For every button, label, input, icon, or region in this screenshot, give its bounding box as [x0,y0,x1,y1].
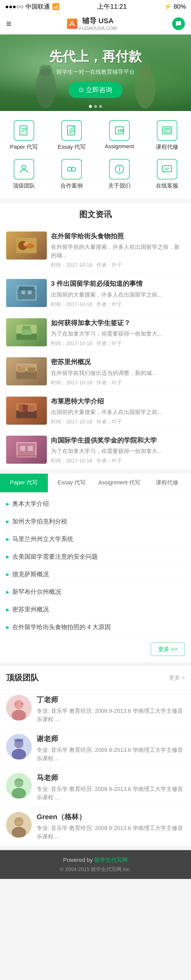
team-title: 顶级团队 [6,672,39,683]
news-content-4: 密苏里州概况 在外留学前我们做出适当的调整，新的城... 时间：2017-10-… [51,357,185,386]
service-assignment-label: Assignment [105,143,134,150]
content-list: 奥本大学介绍 加州大学伯克利分校 马里兰州州立大学系统 去美国留学需要注意的安全… [0,493,191,638]
news-list: 在外留学给街头食物拍照 在外留学前的大量搜索，许多人在出国留学之前，新的城...… [0,226,191,469]
svg-rect-33 [28,290,32,294]
svg-point-21 [119,166,120,167]
more-button[interactable]: 更多 >> [151,643,185,656]
news-meta-1: 时间：2017-10-18 作者：叶子 [51,262,185,269]
banner-title: 先代上，再付款 [49,48,142,65]
member-ma-avatar [6,773,32,799]
footer: Powered by 留学生代写网 © 2004-2015 留学生代写网 Inc… [0,850,191,879]
news-thumb-1 [6,231,47,259]
service-chat[interactable]: 在线客服 [144,155,191,194]
dot-3[interactable] [99,105,102,108]
news-title-2: 3 件出国留学前必须知道的事情 [51,279,185,288]
banner-dots [89,105,102,108]
member-ding-avatar [6,695,32,721]
list-item-4[interactable]: 去美国留学需要注意的安全问题 [0,548,191,566]
team-more-link[interactable]: 更多 > [169,674,185,682]
service-team[interactable]: 顶级团队 [0,155,48,194]
tabs-bar: Paper 代写 Essay 代写 Assignment 代写 课程代修 [0,474,191,493]
logo-icon [67,19,77,29]
news-item-4[interactable]: 密苏里州概况 在外留学前我们做出适当的调整，新的城... 时间：2017-10-… [0,352,191,391]
news-content-6: 向国际学生提供奖学金的学院和大学 为了在加拿大学习，你需要获得一份加拿大... … [51,436,185,464]
list-item-5[interactable]: 德克萨斯概况 [0,566,191,583]
tabs-section: Paper 代写 Essay 代写 Assignment 代写 课程代修 奥本大… [0,474,191,662]
service-about[interactable]: 关于我们 [96,155,144,194]
menu-icon[interactable]: ≡ [6,18,11,29]
list-item-6[interactable]: 新罕布什尔州概况 [0,583,191,601]
service-paper[interactable]: Paper 代写 [0,116,48,155]
team-icon [14,159,34,180]
about-icon [109,159,129,180]
dot-1[interactable] [89,105,92,108]
news-title-4: 密苏里州概况 [51,357,185,366]
list-item-1[interactable]: 奥本大学介绍 [0,495,191,513]
course-icon [157,120,177,141]
tab-paper[interactable]: Paper 代写 [0,474,48,492]
member-ding-desc: 专业: 音乐学 教育经历: 2009.9-2013.6 华南理工大学主修音乐课程… [37,707,185,724]
news-item-3[interactable]: 如何获得加拿大学生签证？ 为了在加拿大学习，你需要获得一份加拿大... 时间：2… [0,313,191,352]
member-ma-name: 马老师 [37,773,185,783]
svg-point-60 [12,749,26,759]
member-green-desc: 专业: 音乐学 教育经历: 2009.9-2013.6 华南理工大学主修音乐课程… [37,824,185,841]
logo[interactable]: 辅导 USA FUDAOUSA.COM [67,16,117,31]
news-thumb-2 [6,279,47,307]
signal-dots: ●●●○○ [5,3,24,10]
service-course[interactable]: 课程代修 [144,116,191,155]
news-item-6[interactable]: 向国际学生提供奖学金的学院和大学 为了在加拿大学习，你需要获得一份加拿大... … [0,431,191,469]
member-xie-avatar [6,734,32,759]
essay-icon [62,120,82,141]
member-ma[interactable]: 马老师 专业: 音乐学 教育经历: 2009.9-2013.6 华南理工大学主修… [0,768,191,807]
member-green-avatar [6,812,32,838]
news-meta-6: 时间：2017-10-18 作者：叶子 [51,457,185,464]
tab-assignment[interactable]: Assignment 代写 [96,474,144,492]
team-header: 顶级团队 更多 > [0,666,191,690]
list-item-8[interactable]: 在外留学给街头食物拍照的 4 大原因 [0,618,191,636]
svg-point-67 [12,827,26,838]
news-content-3: 如何获得加拿大学生签证？ 为了在加拿大学习，你需要获得一份加拿大... 时间：2… [51,318,185,347]
svg-point-63 [14,778,24,788]
news-title: 图文资讯 [79,210,112,219]
list-item-7[interactable]: 密苏里州概况 [0,601,191,618]
battery: 80% [174,3,186,10]
banner-content: 先代上，再付款 留学生一对一在线教育辅导平台 立即咨询 [44,43,147,103]
news-desc-2: 出国前的大量搜索，许多人在出国留学之前... [51,290,185,299]
news-item-1[interactable]: 在外留学给街头食物拍照 在外留学前的大量搜索，许多人在出国留学之前，新的城...… [0,226,191,274]
footer-powered: Powered by 留学生代写网 [6,856,185,864]
service-assignment[interactable]: 100 Assignment [96,116,144,155]
service-essay[interactable]: Essay 代写 [48,116,96,155]
member-xie-desc: 专业: 音乐学 教育经历: 2009.9-2013.6 华南理工大学主修音乐课程… [37,746,185,762]
svg-rect-42 [20,365,33,368]
service-about-label: 关于我们 [108,182,131,189]
svg-rect-4 [20,126,27,135]
svg-rect-32 [21,290,25,294]
consult-button[interactable]: 立即咨询 [68,82,123,98]
svg-point-64 [12,788,26,799]
dot-2[interactable] [94,105,97,108]
member-xie[interactable]: 谢老师 专业: 音乐学 教育经历: 2009.9-2013.6 华南理工大学主修… [0,729,191,768]
svg-rect-31 [19,286,34,290]
svg-rect-46 [28,406,34,412]
news-meta-2: 时间：2017-10-18 作者：叶子 [51,301,185,308]
member-green[interactable]: Green（格林） 专业: 音乐学 教育经历: 2009.9-2013.6 华南… [0,807,191,846]
time: 上午11:21 [97,2,127,11]
news-title-1: 在外留学给街头食物拍照 [51,231,185,241]
service-cases[interactable]: 合作案例 [48,155,96,194]
news-desc-4: 在外留学前我们做出适当的调整，新的城... [51,369,185,377]
tab-essay[interactable]: Essay 代写 [48,474,96,492]
list-item-3[interactable]: 马里兰州州立大学系统 [0,530,191,548]
list-item-2[interactable]: 加州大学伯克利分校 [0,513,191,530]
news-content-2: 3 件出国留学前必须知道的事情 出国前的大量搜索，许多人在出国留学之前... 时… [51,279,185,307]
tab-course[interactable]: 课程代修 [144,474,191,492]
member-ding[interactable]: 丁老师 专业: 音乐学 教育经历: 2009.9-2013.6 华南理工大学主修… [0,690,191,729]
svg-point-68 [15,821,23,824]
svg-rect-50 [20,446,25,451]
cases-icon [62,159,82,180]
news-meta-3: 时间：2017-10-18 作者：叶子 [51,340,185,347]
chat-button[interactable] [172,18,185,30]
member-ma-info: 马老师 专业: 音乐学 教育经历: 2009.9-2013.6 华南理工大学主修… [37,773,185,802]
footer-link[interactable]: 留学生代写网 [94,857,128,863]
news-item-5[interactable]: 布莱恩特大学介绍 出国前的大量搜索，许多人在出国留学之前... 时间：2017-… [0,391,191,431]
news-item-2[interactable]: 3 件出国留学前必须知道的事情 出国前的大量搜索，许多人在出国留学之前... 时… [0,274,191,313]
